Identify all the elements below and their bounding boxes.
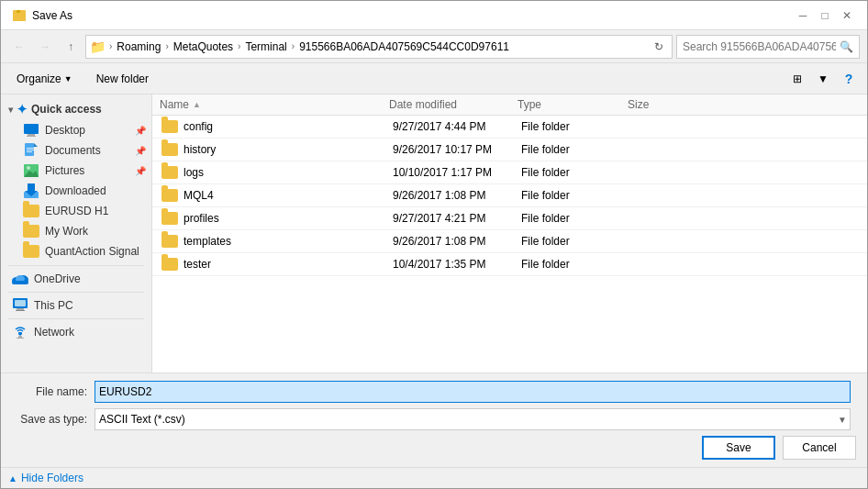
file-name-logs: logs bbox=[184, 166, 393, 179]
new-folder-button[interactable]: New folder bbox=[88, 67, 157, 91]
file-row-tester[interactable]: tester 10/4/2017 1:35 PM File folder bbox=[152, 253, 867, 276]
hide-folders-footer[interactable]: ▲ Hide Folders bbox=[1, 467, 867, 488]
title-bar: Save As ─ □ ✕ bbox=[1, 1, 867, 30]
address-parts: › Roaming › MetaQuotes › Terminal › 9155… bbox=[109, 39, 646, 54]
addr-terminal[interactable]: Terminal bbox=[242, 39, 289, 54]
view-controls: ⊞ ▼ ? bbox=[786, 68, 860, 90]
sidebar-item-documents[interactable]: Documents 📌 bbox=[1, 140, 151, 161]
sidebar-item-downloaded[interactable]: Downloaded bbox=[1, 181, 151, 201]
file-type-logs: File folder bbox=[521, 166, 631, 179]
file-date-profiles: 9/27/2017 4:21 PM bbox=[393, 212, 521, 225]
hide-folders-chevron-icon: ▲ bbox=[8, 473, 17, 483]
folder-icon-history bbox=[160, 141, 180, 158]
quick-access-star-icon: ✦ bbox=[17, 102, 28, 117]
search-box: 🔍 bbox=[676, 35, 860, 59]
desktop-icon bbox=[23, 123, 39, 138]
back-button[interactable]: ← bbox=[8, 36, 30, 58]
col-header-type[interactable]: Type bbox=[517, 98, 628, 111]
file-row-profiles[interactable]: profiles 9/27/2017 4:21 PM File folder bbox=[152, 207, 867, 230]
file-date-history: 9/26/2017 10:17 PM bbox=[393, 143, 521, 156]
sidebar: ▾ ✦ Quick access Desktop 📌 Documents bbox=[1, 94, 152, 372]
refresh-button[interactable]: ↻ bbox=[650, 38, 668, 56]
address-bar: 📁 › Roaming › MetaQuotes › Terminal › 91… bbox=[85, 35, 673, 59]
file-row-config[interactable]: config 9/27/2017 4:44 PM File folder bbox=[152, 116, 867, 139]
up-button[interactable]: ↑ bbox=[60, 36, 82, 58]
sidebar-item-network[interactable]: Network bbox=[1, 321, 151, 343]
file-row-history[interactable]: history 9/26/2017 10:17 PM File folder bbox=[152, 139, 867, 161]
sort-arrow-icon: ▲ bbox=[193, 100, 201, 109]
file-type-mql4: File folder bbox=[521, 189, 631, 202]
maximize-button[interactable]: □ bbox=[816, 6, 834, 25]
dialog-title: Save As bbox=[32, 9, 794, 22]
cancel-button[interactable]: Cancel bbox=[783, 436, 856, 460]
view-change-button[interactable]: ⊞ bbox=[786, 68, 808, 90]
sidebar-item-desktop[interactable]: Desktop 📌 bbox=[1, 120, 151, 140]
addr-metaquotes[interactable]: MetaQuotes bbox=[171, 39, 236, 54]
col-header-size[interactable]: Size bbox=[628, 98, 701, 111]
svg-rect-9 bbox=[27, 150, 34, 150]
col-header-date[interactable]: Date modified bbox=[389, 98, 517, 111]
search-icon: 🔍 bbox=[840, 40, 853, 53]
pin-icon-docs: 📌 bbox=[135, 146, 146, 156]
svg-rect-27 bbox=[20, 335, 21, 336]
view-dropdown-button[interactable]: ▼ bbox=[812, 68, 834, 90]
sidebar-item-onedrive[interactable]: OneDrive bbox=[1, 268, 151, 290]
sidebar-item-eurusd[interactable]: EURUSD H1 bbox=[1, 201, 151, 221]
file-list-header: Name ▲ Date modified Type Size bbox=[152, 94, 867, 116]
pictures-icon bbox=[23, 163, 39, 178]
help-button[interactable]: ? bbox=[838, 68, 860, 90]
filename-input[interactable] bbox=[95, 381, 851, 403]
file-type-templates: File folder bbox=[521, 235, 631, 248]
onedrive-icon bbox=[12, 272, 28, 286]
folder-icon-profiles bbox=[160, 210, 180, 227]
col-header-name[interactable]: Name ▲ bbox=[160, 98, 389, 111]
file-name-history: history bbox=[184, 143, 393, 156]
addr-guid[interactable]: 915566BA06ADA407569C544CC0D97611 bbox=[296, 39, 512, 54]
savetype-row: Save as type: ASCII Text (*.csv) ▼ bbox=[12, 408, 856, 430]
organize-bar: Organize ▼ New folder ⊞ ▼ ? bbox=[1, 63, 867, 94]
savetype-select[interactable]: ASCII Text (*.csv) bbox=[95, 408, 851, 430]
address-home-icon: 📁 bbox=[90, 39, 106, 54]
svg-rect-19 bbox=[12, 281, 28, 284]
network-icon bbox=[12, 325, 28, 339]
save-button[interactable]: Save bbox=[702, 436, 775, 460]
file-row-templates[interactable]: templates 9/26/2017 1:08 PM File folder bbox=[152, 230, 867, 253]
svg-rect-4 bbox=[28, 134, 35, 136]
file-date-logs: 10/10/2017 1:17 PM bbox=[393, 166, 521, 179]
svg-rect-23 bbox=[15, 300, 26, 306]
file-row-logs[interactable]: logs 10/10/2017 1:17 PM File folder bbox=[152, 161, 867, 184]
main-content: ▾ ✦ Quick access Desktop 📌 Documents bbox=[1, 94, 867, 372]
savetype-wrapper: ASCII Text (*.csv) ▼ bbox=[95, 408, 851, 430]
forward-button[interactable]: → bbox=[34, 36, 56, 58]
svg-marker-7 bbox=[34, 143, 38, 147]
filename-label: File name: bbox=[12, 385, 95, 398]
search-input[interactable] bbox=[683, 40, 836, 53]
svg-rect-10 bbox=[27, 151, 32, 152]
sidebar-separator-1 bbox=[8, 265, 144, 266]
save-as-dialog: Save As ─ □ ✕ ← → ↑ 📁 › Roaming › MetaQu… bbox=[0, 0, 868, 489]
svg-rect-3 bbox=[24, 124, 39, 134]
sidebar-item-my-work[interactable]: My Work bbox=[1, 221, 151, 241]
folder-icon-mql4 bbox=[160, 187, 180, 204]
sidebar-item-quantaction[interactable]: QuantAction Signal bbox=[1, 241, 151, 261]
quick-access-section: ▾ ✦ Quick access Desktop 📌 Documents bbox=[1, 98, 151, 261]
quick-access-chevron: ▾ bbox=[8, 105, 13, 115]
svg-rect-22 bbox=[16, 310, 25, 311]
quick-access-header[interactable]: ▾ ✦ Quick access bbox=[1, 98, 151, 120]
close-button[interactable]: ✕ bbox=[838, 6, 856, 25]
file-type-config: File folder bbox=[521, 120, 631, 133]
nav-toolbar: ← → ↑ 📁 › Roaming › MetaQuotes › Termina… bbox=[1, 30, 867, 63]
file-name-tester: tester bbox=[184, 258, 393, 271]
dialog-icon bbox=[12, 8, 27, 23]
organize-button[interactable]: Organize ▼ bbox=[8, 67, 81, 91]
addr-roaming[interactable]: Roaming bbox=[114, 39, 163, 54]
svg-rect-8 bbox=[27, 148, 34, 149]
filename-row: File name: bbox=[12, 381, 856, 403]
sidebar-item-this-pc[interactable]: This PC bbox=[1, 295, 151, 317]
svg-rect-2 bbox=[17, 10, 20, 13]
pin-icon-pics: 📌 bbox=[135, 166, 146, 176]
file-row-mql4[interactable]: MQL4 9/26/2017 1:08 PM File folder bbox=[152, 184, 867, 207]
sidebar-item-pictures[interactable]: Pictures 📌 bbox=[1, 161, 151, 181]
file-date-templates: 9/26/2017 1:08 PM bbox=[393, 235, 521, 248]
minimize-button[interactable]: ─ bbox=[794, 6, 812, 25]
